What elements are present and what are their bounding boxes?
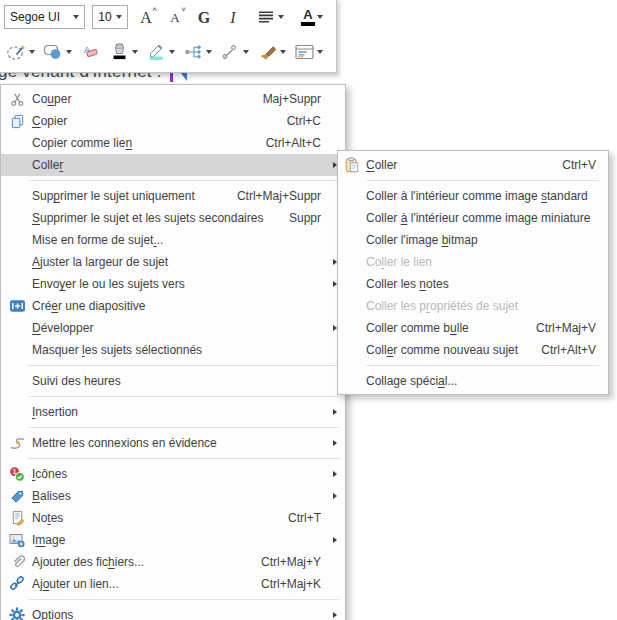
menu-item-shortcut: Ctrl+Maj+Y — [261, 555, 321, 569]
menu-separator — [28, 180, 340, 181]
menu-item-coller-comme-bulle[interactable]: Coller comme bulleCtrl+Maj+V — [338, 317, 608, 339]
font-size-value: 10 — [98, 10, 111, 24]
submenu-arrow-icon — [333, 471, 337, 477]
panel-card-button[interactable] — [294, 42, 323, 62]
menu-item-coller-le-lien: Coller le lien — [338, 251, 608, 273]
menu-item-shortcut: Ctrl+Alt+V — [541, 343, 596, 357]
menu-item-couper[interactable]: CouperMaj+Suppr — [1, 88, 345, 110]
clear-format-eraser-icon: A — [80, 42, 101, 62]
submenu-arrow-icon — [333, 440, 337, 446]
menu-separator — [366, 180, 599, 181]
menu-item-label: Ajuster la largeur de sujet — [32, 255, 321, 269]
menu-item-coller-comme-nouveau-sujet[interactable]: Coller comme nouveau sujetCtrl+Alt+V — [338, 339, 608, 361]
menu-item-masquer-les-sujets-selectionnes[interactable]: Masquer les sujets sélectionnés — [1, 339, 345, 361]
menu-item-label: Coller — [366, 158, 548, 172]
menu-item-coller-les-proprietes-de-sujet: Coller les propriétés de sujet — [338, 295, 608, 317]
menu-item-options[interactable]: Options — [1, 604, 345, 620]
floating-format-toolbar: Segoe UI 10 A ˄ A ˅ G I A — [0, 0, 337, 73]
caret-up-icon: ˄ — [152, 5, 157, 14]
menu-item-copier[interactable]: CopierCtrl+C — [1, 110, 345, 132]
menu-item-label: Supprimer le sujet et les sujets seconda… — [32, 211, 275, 225]
shape-fill-button[interactable] — [43, 42, 72, 62]
menu-item-label: Coller comme nouveau sujet — [366, 343, 527, 357]
menu-item-shortcut: Ctrl+Maj+Suppr — [237, 189, 321, 203]
menu-item-label: Options — [32, 608, 321, 620]
bold-button[interactable]: G — [193, 5, 215, 29]
branch-layout-button[interactable] — [183, 42, 212, 62]
highlighter-button[interactable] — [146, 42, 175, 62]
menu-item-creer-une-diapositive[interactable]: Créer une diapositive — [1, 295, 345, 317]
italic-button[interactable]: I — [222, 5, 244, 29]
boundary-pencil-button[interactable] — [6, 42, 35, 62]
chevron-down-icon — [29, 50, 35, 54]
menu-item-suivi-des-heures[interactable]: Suivi des heures — [1, 370, 345, 392]
menu-item-label: Créer une diapositive — [32, 299, 321, 313]
font-color-button[interactable]: A — [301, 8, 323, 26]
menu-separator — [28, 396, 340, 397]
menu-item-label: Coller l'image bitmap — [366, 233, 596, 247]
paste-icon — [342, 156, 362, 174]
menu-item-icones[interactable]: 1Icônes — [1, 463, 345, 485]
menu-item-shortcut: Ctrl+C — [287, 114, 321, 128]
scissors-icon — [7, 90, 27, 108]
menu-item-copier-comme-lien[interactable]: Copier comme lienCtrl+Alt+C — [1, 132, 345, 154]
alignment-button[interactable] — [255, 7, 284, 27]
menu-item-insertion[interactable]: Insertion — [1, 401, 345, 423]
menu-item-label: Insertion — [32, 405, 321, 419]
menu-item-label: Coller — [32, 158, 321, 172]
format-painter-button[interactable] — [257, 42, 286, 62]
gear-icon — [7, 606, 27, 620]
menu-item-label: Supprimer le sujet uniquement — [32, 189, 223, 203]
menu-item-supprimer-le-sujet-et-les-sujets-secondaires[interactable]: Supprimer le sujet et les sujets seconda… — [1, 207, 345, 229]
fill-color-bucket-button[interactable] — [109, 42, 138, 62]
menu-item-coller-l-image-bitmap[interactable]: Coller l'image bitmap — [338, 229, 608, 251]
menu-item-ajouter-des-fichiers[interactable]: Ajouter des fichiers...Ctrl+Maj+Y — [1, 551, 345, 573]
font-family-select[interactable]: Segoe UI — [4, 5, 85, 29]
menu-item-label: Mettre les connexions en évidence — [32, 436, 321, 450]
image-plus-icon — [7, 531, 27, 549]
menu-separator — [28, 599, 340, 600]
menu-item-mettre-les-connexions-en-evidence[interactable]: Mettre les connexions en évidence — [1, 432, 345, 454]
menu-item-coller[interactable]: CollerCtrl+V — [338, 154, 608, 176]
branch-layout-icon — [183, 42, 204, 62]
menu-item-balises[interactable]: Balises — [1, 485, 345, 507]
relationship-icon — [220, 42, 241, 62]
relationship-button[interactable] — [220, 42, 249, 62]
menu-item-envoyer-le-ou-les-sujets-vers[interactable]: Envoyer le ou les sujets vers — [1, 273, 345, 295]
menu-item-coller[interactable]: Coller — [1, 154, 345, 176]
menu-item-developper[interactable]: Développer — [1, 317, 345, 339]
menu-item-shortcut: Ctrl+Maj+K — [261, 577, 321, 591]
toolbar-row-font: Segoe UI 10 A ˄ A ˅ G I A — [0, 0, 336, 32]
chevron-down-icon — [66, 50, 72, 54]
menu-item-supprimer-le-sujet-uniquement[interactable]: Supprimer le sujet uniquementCtrl+Maj+Su… — [1, 185, 345, 207]
menu-item-coller-a-l-interieur-comme-image-miniature[interactable]: Coller à l'intérieur comme image miniatu… — [338, 207, 608, 229]
menu-item-shortcut: Ctrl+T — [288, 511, 321, 525]
font-color-icon: A — [301, 8, 315, 26]
clear-format-eraser-button[interactable]: A — [80, 42, 101, 62]
menu-item-collage-special[interactable]: Collage spécial... — [338, 370, 608, 392]
menu-separator — [28, 365, 340, 366]
menu-item-coller-les-notes[interactable]: Coller les notes — [338, 273, 608, 295]
status-icons-icon: 1 — [7, 465, 27, 483]
menu-item-image[interactable]: Image — [1, 529, 345, 551]
menu-item-label: Ajouter un lien... — [32, 577, 247, 591]
menu-item-ajuster-la-largeur-de-sujet[interactable]: Ajuster la largeur de sujet — [1, 251, 345, 273]
menu-item-mise-en-forme-de-sujet[interactable]: Mise en forme de sujet... — [1, 229, 345, 251]
shrink-font-button[interactable]: A ˅ — [164, 5, 186, 29]
menu-item-label: Copier comme lien — [32, 136, 252, 150]
chevron-down-icon — [317, 15, 323, 19]
link-icon — [7, 575, 27, 593]
menu-item-coller-a-l-interieur-comme-image-standard[interactable]: Coller à l'intérieur comme image standar… — [338, 185, 608, 207]
fill-color-bucket-icon — [109, 42, 130, 62]
menu-item-label: Coller à l'intérieur comme image standar… — [366, 189, 596, 203]
menu-item-label: Coller à l'intérieur comme image miniatu… — [366, 211, 596, 225]
font-size-select[interactable]: 10 — [92, 5, 128, 29]
submenu-arrow-icon — [333, 537, 337, 543]
toolbar-row-objects: A — [0, 32, 336, 71]
grow-font-button[interactable]: A ˄ — [135, 5, 157, 29]
menu-item-label: Copier — [32, 114, 273, 128]
slide-plus-icon — [7, 297, 27, 315]
menu-item-ajouter-un-lien[interactable]: Ajouter un lien...Ctrl+Maj+K — [1, 573, 345, 595]
menu-item-shortcut: Ctrl+Maj+V — [536, 321, 596, 335]
menu-item-notes[interactable]: NotesCtrl+T — [1, 507, 345, 529]
